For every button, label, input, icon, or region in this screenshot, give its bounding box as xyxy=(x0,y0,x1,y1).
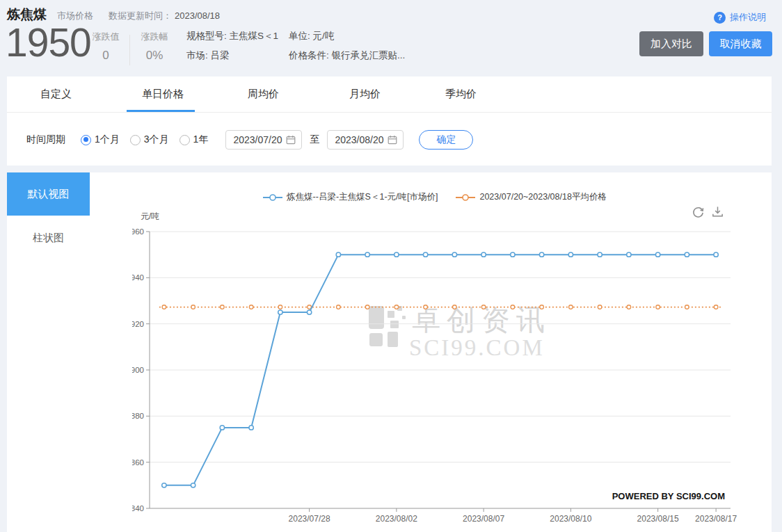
price-chart: 卓创资讯 SCI99.COM 1,9601,9401,9201,9001,880… xyxy=(132,209,744,532)
period-label: 时间周期 xyxy=(26,134,65,146)
y-axis-unit: 元/吨 xyxy=(141,211,159,221)
x-tick-label: 2023/08/10 xyxy=(550,514,591,524)
radio-selected-icon xyxy=(81,135,91,145)
change-pct-label: 涨跌幅 xyxy=(136,31,173,43)
unit-line: 单位: 元/吨 xyxy=(289,26,405,46)
end-date-input[interactable]: 2023/08/20 xyxy=(327,130,404,150)
legend-item-average[interactable]: 2023/07/20~2023/08/18平均价格 xyxy=(456,191,606,203)
radio-icon xyxy=(179,135,190,145)
y-tick-label: 1,920 xyxy=(132,320,144,328)
sci99-logo xyxy=(369,306,406,347)
sidebar-item-default-view[interactable]: 默认视图 xyxy=(7,172,90,216)
divider xyxy=(129,35,130,65)
chart-legend: 炼焦煤--吕梁-主焦煤S＜1-元/吨[市场价] 2023/07/20~2023/… xyxy=(125,191,744,203)
question-icon: ? xyxy=(714,12,726,24)
help-link[interactable]: ? 操作说明 xyxy=(714,11,766,24)
price-condition-line: 价格条件: 银行承兑汇票贴... xyxy=(289,46,405,65)
chart-plot: 1,9601,9401,9201,9001,8801,8601,8402023/… xyxy=(132,227,737,524)
x-tick-label: 2023/08/07 xyxy=(463,514,504,524)
tab-custom[interactable]: 自定义 xyxy=(40,76,72,111)
update-time-label: 数据更新时间： xyxy=(109,10,172,22)
change-value: 0 xyxy=(88,49,124,63)
y-tick-label: 1,860 xyxy=(132,458,144,467)
legend-line-marker-blue xyxy=(263,194,282,201)
tab-daily-price[interactable]: 单日价格 xyxy=(142,76,184,111)
active-tab-indicator xyxy=(127,110,195,112)
market-line: 市场: 吕梁 xyxy=(186,46,278,65)
legend-item-series[interactable]: 炼焦煤--吕梁-主焦煤S＜1-元/吨[市场价] xyxy=(263,191,438,203)
help-label: 操作说明 xyxy=(730,11,766,24)
tab-monthly-avg[interactable]: 月均价 xyxy=(349,76,381,111)
x-tick-label: 2023/08/17 xyxy=(695,514,737,524)
to-label: 至 xyxy=(310,134,319,146)
y-tick-label: 1,840 xyxy=(132,504,144,513)
tab-quarterly-avg[interactable]: 季均价 xyxy=(445,76,477,111)
radio-3month[interactable]: 3个月 xyxy=(130,134,169,146)
watermark-en: SCI99.COM xyxy=(409,335,545,360)
current-price: 1950 xyxy=(6,23,91,63)
x-tick-label: 2023/08/02 xyxy=(376,514,417,524)
y-tick-label: 1,880 xyxy=(132,412,144,420)
x-tick-label: 2023/07/28 xyxy=(289,514,330,524)
confirm-button[interactable]: 确定 xyxy=(419,130,473,150)
y-tick-label: 1,940 xyxy=(132,273,144,282)
y-tick-label: 1,900 xyxy=(132,366,144,374)
y-tick-label: 1,960 xyxy=(132,227,144,236)
radio-1year[interactable]: 1年 xyxy=(179,134,209,146)
change-pct: 0% xyxy=(136,49,173,63)
sidebar-item-bar-chart[interactable]: 柱状图 xyxy=(7,232,90,245)
spec-line: 规格型号: 主焦煤S＜1 xyxy=(186,26,278,46)
watermark-cn: 卓创资讯 xyxy=(412,304,551,336)
tab-weekly-avg[interactable]: 周均价 xyxy=(248,76,279,111)
calendar-icon xyxy=(388,135,397,145)
powered-by: POWERED BY SCI99.COM xyxy=(612,491,725,501)
add-compare-button[interactable]: 加入对比 xyxy=(639,31,703,56)
x-tick-label: 2023/08/15 xyxy=(637,514,679,524)
page: 炼焦煤 市场价格 数据更新时间： 2023/08/18 1950 涨跌值 0 涨… xyxy=(0,0,782,532)
unfavorite-button[interactable]: 取消收藏 xyxy=(709,31,772,56)
start-date-input[interactable]: 2023/07/20 xyxy=(225,130,302,150)
update-time-value: 2023/08/18 xyxy=(175,10,220,21)
calendar-icon xyxy=(286,135,296,145)
change-value-label: 涨跌值 xyxy=(88,31,124,43)
legend-line-marker-orange xyxy=(456,194,475,201)
radio-icon xyxy=(130,135,141,145)
watermark: 卓创资讯 SCI99.COM xyxy=(369,304,551,360)
radio-1month[interactable]: 1个月 xyxy=(81,134,120,146)
